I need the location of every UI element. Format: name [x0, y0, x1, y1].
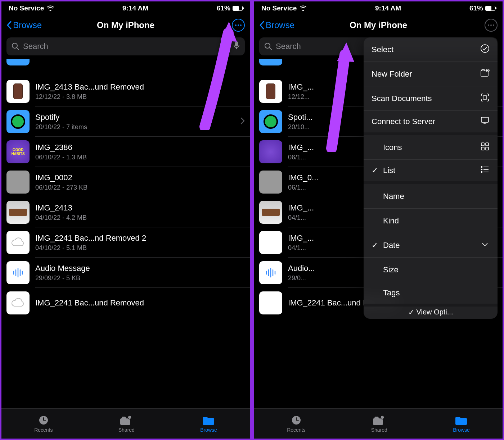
carrier-label: No Service: [9, 4, 44, 12]
file-name: IMG_0002: [35, 173, 245, 182]
tab-browse[interactable]: Browse: [453, 415, 470, 433]
file-name: Spotify: [35, 113, 235, 122]
file-name: IMG_2413: [35, 203, 245, 213]
menu-label: Select: [372, 45, 393, 54]
svg-rect-33: [486, 147, 489, 150]
back-label: Browse: [13, 20, 42, 30]
file-meta: 12/12/22 - 3.8 MB: [35, 93, 245, 101]
file-row[interactable]: IMG_000206/10/22 - 273 KB: [1, 167, 250, 197]
tab-label: Shared: [118, 427, 135, 433]
nav-bar: Browse On My iPhone: [254, 15, 503, 35]
svg-point-34: [481, 167, 482, 168]
battery-pct-label: 61%: [469, 4, 483, 12]
file-row[interactable]: IMG_2241 Bac...und Removed: [1, 288, 250, 318]
file-row[interactable]: GOODHABITS IMG_238606/10/22 - 1.3 MB: [1, 137, 250, 167]
image-thumbnail-icon: [259, 80, 282, 103]
svg-point-25: [481, 45, 489, 53]
menu-item-list-view[interactable]: ✓List: [364, 160, 498, 184]
menu-item-new-folder[interactable]: New Folder: [364, 62, 498, 86]
more-button[interactable]: [485, 19, 498, 32]
more-button[interactable]: [232, 19, 245, 32]
grid-icon: [480, 142, 490, 153]
file-name: IMG_2386: [35, 143, 245, 152]
context-menu: Select New Folder Scan Documents Connect…: [364, 37, 498, 319]
menu-label: Kind: [383, 216, 399, 226]
audio-file-icon: [259, 261, 282, 284]
menu-label: Icons: [383, 143, 402, 152]
svg-point-15: [493, 24, 494, 26]
menu-label: Tags: [383, 288, 400, 298]
status-bar: No Service 9:14 AM 61%: [254, 1, 503, 15]
screenshot-right: No Service 9:14 AM 61% Browse On My iPho…: [254, 1, 503, 439]
screenshot-left: No Service 9:14 AM 61% Browse On My iPho…: [1, 1, 250, 439]
clock-label: 9:14 AM: [122, 4, 148, 12]
menu-item-connect-server[interactable]: Connect to Server: [364, 111, 498, 135]
tab-label: Recents: [287, 427, 305, 433]
menu-label: New Folder: [372, 69, 412, 79]
folder-row-partial[interactable]: [6, 59, 245, 67]
menu-item-select[interactable]: Select: [364, 37, 498, 62]
file-meta: 20/10/22 - 7 items: [35, 123, 235, 131]
menu-label: Date: [383, 241, 400, 250]
menu-item-sort-date[interactable]: ✓Date: [364, 233, 498, 258]
spotify-icon: [11, 114, 25, 129]
new-folder-icon: [480, 68, 490, 80]
select-circle-icon: [480, 44, 490, 55]
back-button[interactable]: Browse: [6, 20, 42, 30]
svg-rect-30: [481, 143, 484, 146]
image-thumbnail-icon: [6, 80, 30, 103]
image-thumbnail-icon: [6, 201, 30, 224]
tab-recents[interactable]: Recents: [287, 415, 305, 433]
search-input[interactable]: Search: [6, 37, 245, 55]
wifi-icon: [47, 5, 54, 11]
svg-point-12: [128, 416, 131, 419]
image-thumbnail-icon: [259, 171, 282, 194]
clock-label: 9:14 AM: [375, 4, 401, 12]
svg-rect-29: [481, 117, 489, 122]
svg-point-24: [381, 416, 384, 419]
tab-shared[interactable]: Shared: [118, 415, 135, 433]
menu-label: Scan Documents: [372, 94, 432, 103]
menu-item-sort-kind[interactable]: Kind: [364, 209, 498, 233]
battery-icon: [233, 6, 243, 11]
menu-item-view-options-partial[interactable]: ✓View Opti...: [364, 307, 498, 319]
file-row[interactable]: IMG_2241 Bac...nd Removed 204/10/22 - 5.…: [1, 227, 250, 258]
file-row[interactable]: IMG_2413 Bac...und Removed12/12/22 - 3.8…: [1, 76, 250, 106]
scan-icon: [480, 93, 490, 104]
search-placeholder: Search: [276, 42, 301, 51]
menu-item-scan-documents[interactable]: Scan Documents: [364, 86, 498, 111]
tab-recents[interactable]: Recents: [34, 415, 53, 433]
tab-shared[interactable]: Shared: [371, 415, 387, 433]
image-thumbnail-icon: [6, 231, 30, 254]
tab-label: Browse: [200, 427, 217, 433]
mic-icon[interactable]: [233, 41, 240, 52]
svg-point-36: [481, 169, 482, 170]
file-meta: 06/10/22 - 273 KB: [35, 184, 245, 191]
menu-item-sort-tags[interactable]: Tags: [364, 282, 498, 307]
file-meta: 04/10/22 - 4.2 MB: [35, 214, 245, 222]
tab-bar: Recents Shared Browse: [1, 408, 250, 439]
folder-row[interactable]: Spotify20/10/22 - 7 items: [1, 106, 250, 137]
menu-item-icons-view[interactable]: Icons: [364, 135, 498, 160]
file-row[interactable]: IMG_241304/10/22 - 4.2 MB: [1, 197, 250, 227]
checkmark-icon: ✓: [372, 241, 380, 250]
file-row[interactable]: Audio Message29/09/22 - 5 KB: [1, 258, 250, 288]
menu-item-sort-size[interactable]: Size: [364, 258, 498, 282]
server-icon: [480, 116, 490, 127]
status-bar: No Service 9:14 AM 61%: [1, 1, 250, 15]
list-icon: [480, 165, 490, 176]
file-name: Audio Message: [35, 264, 245, 273]
search-icon: [264, 42, 272, 50]
back-button[interactable]: Browse: [259, 20, 294, 30]
file-list[interactable]: IMG_2413 Bac...und Removed12/12/22 - 3.8…: [1, 59, 250, 408]
tab-browse[interactable]: Browse: [200, 415, 217, 433]
chevron-right-icon: [240, 117, 245, 126]
file-name: IMG_2241 Bac...nd Removed 2: [35, 233, 245, 243]
wifi-icon: [300, 5, 307, 11]
svg-line-17: [269, 47, 271, 50]
svg-point-13: [488, 24, 489, 26]
svg-point-2: [240, 24, 242, 26]
menu-item-sort-name[interactable]: Name: [364, 184, 498, 209]
menu-label: View Opti...: [417, 308, 453, 316]
tab-label: Browse: [453, 427, 470, 433]
